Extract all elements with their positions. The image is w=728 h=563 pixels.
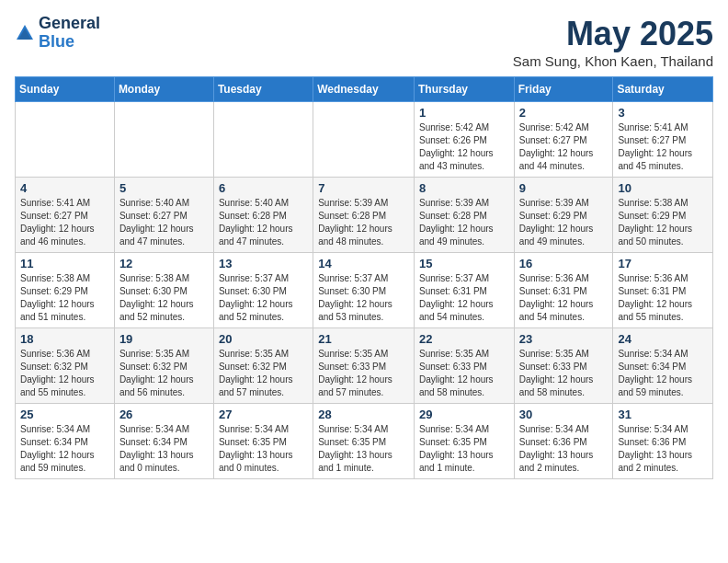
day-info: Sunrise: 5:34 AM Sunset: 6:35 PM Dayligh…	[419, 423, 509, 475]
day-cell: 3Sunrise: 5:41 AM Sunset: 6:27 PM Daylig…	[613, 102, 713, 178]
week-row-2: 4Sunrise: 5:41 AM Sunset: 6:27 PM Daylig…	[16, 178, 713, 253]
day-cell: 26Sunrise: 5:34 AM Sunset: 6:34 PM Dayli…	[114, 404, 213, 479]
day-info: Sunrise: 5:36 AM Sunset: 6:31 PM Dayligh…	[519, 272, 609, 324]
day-cell: 24Sunrise: 5:34 AM Sunset: 6:34 PM Dayli…	[613, 328, 713, 404]
day-number: 1	[419, 106, 509, 120]
day-cell: 16Sunrise: 5:36 AM Sunset: 6:31 PM Dayli…	[514, 253, 613, 328]
logo-text: General Blue	[39, 15, 100, 52]
day-info: Sunrise: 5:39 AM Sunset: 6:28 PM Dayligh…	[318, 197, 409, 248]
day-cell: 6Sunrise: 5:40 AM Sunset: 6:28 PM Daylig…	[213, 178, 313, 253]
week-row-5: 25Sunrise: 5:34 AM Sunset: 6:34 PM Dayli…	[16, 404, 713, 479]
day-cell: 9Sunrise: 5:39 AM Sunset: 6:29 PM Daylig…	[514, 178, 613, 253]
day-info: Sunrise: 5:34 AM Sunset: 6:34 PM Dayligh…	[20, 423, 109, 475]
day-number: 7	[318, 181, 409, 195]
day-info: Sunrise: 5:37 AM Sunset: 6:30 PM Dayligh…	[318, 272, 409, 324]
day-number: 16	[519, 257, 609, 270]
day-cell	[213, 102, 313, 178]
day-info: Sunrise: 5:41 AM Sunset: 6:27 PM Dayligh…	[20, 197, 109, 248]
day-cell: 2Sunrise: 5:42 AM Sunset: 6:27 PM Daylig…	[514, 102, 613, 178]
title-block: May 2025 Sam Sung, Khon Kaen, Thailand	[513, 15, 713, 69]
day-cell: 5Sunrise: 5:40 AM Sunset: 6:27 PM Daylig…	[114, 178, 213, 253]
day-info: Sunrise: 5:34 AM Sunset: 6:34 PM Dayligh…	[119, 423, 209, 475]
day-number: 19	[119, 332, 209, 346]
day-info: Sunrise: 5:34 AM Sunset: 6:35 PM Dayligh…	[219, 423, 308, 475]
day-info: Sunrise: 5:38 AM Sunset: 6:30 PM Dayligh…	[119, 272, 209, 324]
day-number: 23	[519, 332, 609, 346]
day-info: Sunrise: 5:35 AM Sunset: 6:33 PM Dayligh…	[419, 348, 509, 399]
day-number: 14	[318, 257, 409, 270]
day-cell: 10Sunrise: 5:38 AM Sunset: 6:29 PM Dayli…	[613, 178, 713, 253]
location-subtitle: Sam Sung, Khon Kaen, Thailand	[513, 53, 713, 69]
day-info: Sunrise: 5:37 AM Sunset: 6:30 PM Dayligh…	[219, 272, 308, 324]
day-info: Sunrise: 5:40 AM Sunset: 6:27 PM Dayligh…	[119, 197, 209, 248]
day-info: Sunrise: 5:34 AM Sunset: 6:36 PM Dayligh…	[618, 423, 708, 475]
day-cell: 8Sunrise: 5:39 AM Sunset: 6:28 PM Daylig…	[414, 178, 514, 253]
day-cell: 22Sunrise: 5:35 AM Sunset: 6:33 PM Dayli…	[414, 328, 514, 404]
weekday-header-thursday: Thursday	[414, 77, 514, 102]
week-row-3: 11Sunrise: 5:38 AM Sunset: 6:29 PM Dayli…	[16, 253, 713, 328]
day-number: 6	[219, 181, 308, 195]
week-row-4: 18Sunrise: 5:36 AM Sunset: 6:32 PM Dayli…	[16, 328, 713, 404]
day-number: 25	[20, 408, 109, 421]
day-number: 27	[219, 408, 308, 421]
day-info: Sunrise: 5:34 AM Sunset: 6:36 PM Dayligh…	[519, 423, 609, 475]
day-info: Sunrise: 5:35 AM Sunset: 6:33 PM Dayligh…	[519, 348, 609, 399]
day-cell: 18Sunrise: 5:36 AM Sunset: 6:32 PM Dayli…	[16, 328, 115, 404]
weekday-header-tuesday: Tuesday	[213, 77, 313, 102]
day-info: Sunrise: 5:36 AM Sunset: 6:32 PM Dayligh…	[20, 348, 109, 399]
weekday-header-wednesday: Wednesday	[313, 77, 415, 102]
month-title: May 2025	[513, 15, 713, 53]
day-info: Sunrise: 5:35 AM Sunset: 6:32 PM Dayligh…	[219, 348, 308, 399]
day-cell: 19Sunrise: 5:35 AM Sunset: 6:32 PM Dayli…	[114, 328, 213, 404]
day-number: 3	[618, 106, 708, 120]
day-number: 30	[519, 408, 609, 421]
weekday-header-row: SundayMondayTuesdayWednesdayThursdayFrid…	[16, 77, 713, 102]
day-cell: 11Sunrise: 5:38 AM Sunset: 6:29 PM Dayli…	[16, 253, 115, 328]
day-number: 18	[20, 332, 109, 346]
day-cell: 13Sunrise: 5:37 AM Sunset: 6:30 PM Dayli…	[213, 253, 313, 328]
day-info: Sunrise: 5:42 AM Sunset: 6:26 PM Dayligh…	[419, 121, 509, 173]
day-cell: 27Sunrise: 5:34 AM Sunset: 6:35 PM Dayli…	[213, 404, 313, 479]
day-number: 2	[519, 106, 609, 120]
day-number: 31	[618, 408, 708, 421]
logo-blue-text: Blue	[39, 33, 100, 52]
day-cell	[114, 102, 213, 178]
day-cell	[16, 102, 115, 178]
day-cell: 21Sunrise: 5:35 AM Sunset: 6:33 PM Dayli…	[313, 328, 415, 404]
day-number: 26	[119, 408, 209, 421]
day-info: Sunrise: 5:35 AM Sunset: 6:33 PM Dayligh…	[318, 348, 409, 399]
day-cell: 30Sunrise: 5:34 AM Sunset: 6:36 PM Dayli…	[514, 404, 613, 479]
weekday-header-monday: Monday	[114, 77, 213, 102]
day-info: Sunrise: 5:38 AM Sunset: 6:29 PM Dayligh…	[20, 272, 109, 324]
calendar-table: SundayMondayTuesdayWednesdayThursdayFrid…	[15, 76, 713, 479]
day-cell: 20Sunrise: 5:35 AM Sunset: 6:32 PM Dayli…	[213, 328, 313, 404]
day-number: 22	[419, 332, 509, 346]
day-info: Sunrise: 5:38 AM Sunset: 6:29 PM Dayligh…	[618, 197, 708, 248]
week-row-1: 1Sunrise: 5:42 AM Sunset: 6:26 PM Daylig…	[16, 102, 713, 178]
day-number: 8	[419, 181, 509, 195]
day-cell: 23Sunrise: 5:35 AM Sunset: 6:33 PM Dayli…	[514, 328, 613, 404]
day-number: 9	[519, 181, 609, 195]
day-cell: 7Sunrise: 5:39 AM Sunset: 6:28 PM Daylig…	[313, 178, 415, 253]
day-number: 10	[618, 181, 708, 195]
logo: General Blue	[15, 15, 100, 52]
day-number: 21	[318, 332, 409, 346]
day-info: Sunrise: 5:34 AM Sunset: 6:35 PM Dayligh…	[318, 423, 409, 475]
logo-icon	[15, 23, 35, 43]
day-number: 5	[119, 181, 209, 195]
day-number: 13	[219, 257, 308, 270]
day-info: Sunrise: 5:42 AM Sunset: 6:27 PM Dayligh…	[519, 121, 609, 173]
day-cell: 14Sunrise: 5:37 AM Sunset: 6:30 PM Dayli…	[313, 253, 415, 328]
day-number: 20	[219, 332, 308, 346]
day-number: 11	[20, 257, 109, 270]
day-cell	[313, 102, 415, 178]
day-cell: 15Sunrise: 5:37 AM Sunset: 6:31 PM Dayli…	[414, 253, 514, 328]
weekday-header-friday: Friday	[514, 77, 613, 102]
day-cell: 29Sunrise: 5:34 AM Sunset: 6:35 PM Dayli…	[414, 404, 514, 479]
day-cell: 12Sunrise: 5:38 AM Sunset: 6:30 PM Dayli…	[114, 253, 213, 328]
weekday-header-sunday: Sunday	[16, 77, 115, 102]
logo-general-text: General	[39, 15, 100, 33]
weekday-header-saturday: Saturday	[613, 77, 713, 102]
day-info: Sunrise: 5:40 AM Sunset: 6:28 PM Dayligh…	[219, 197, 308, 248]
page-header: General Blue May 2025 Sam Sung, Khon Kae…	[15, 15, 713, 69]
